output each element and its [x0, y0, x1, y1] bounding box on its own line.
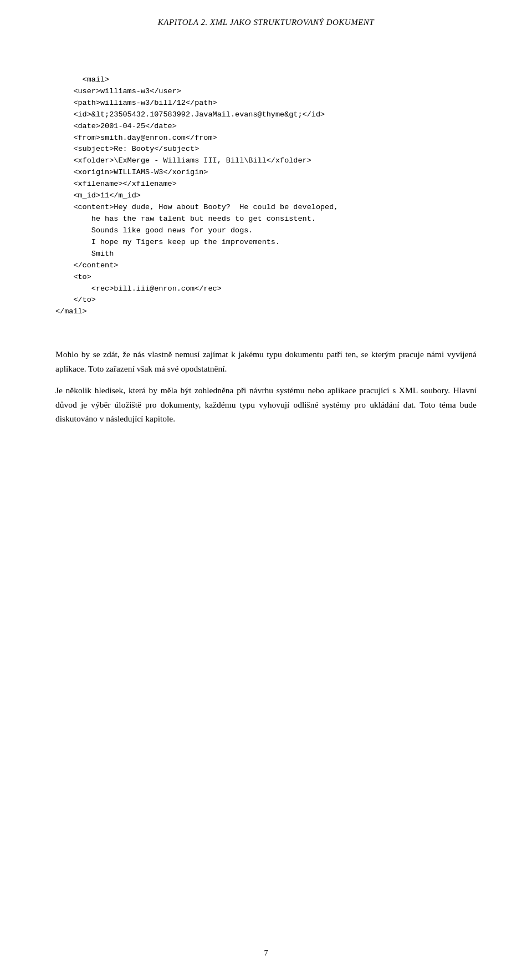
page-header: KAPITOLA 2. XML JAKO STRUKTUROVANÝ DOKUM… [44, 0, 488, 40]
prose-section: Mohlo by se zdát, že nás vlastně nemusí … [55, 347, 477, 426]
prose-paragraph-2: Je několik hledisek, která by měla být z… [55, 383, 477, 426]
content-area: <mail> <user>williams-w3</user> <path>wi… [44, 40, 488, 467]
prose-paragraph-1: Mohlo by se zdát, že nás vlastně nemusí … [55, 347, 477, 375]
page-footer: 7 [0, 949, 532, 958]
page: KAPITOLA 2. XML JAKO STRUKTUROVANÝ DOKUM… [0, 0, 532, 980]
chapter-title: KAPITOLA 2. XML JAKO STRUKTUROVANÝ DOKUM… [158, 18, 374, 27]
code-line-1: <mail> <user>williams-w3</user> <path>wi… [55, 75, 338, 316]
xml-code-block: <mail> <user>williams-w3</user> <path>wi… [55, 63, 477, 329]
page-number: 7 [264, 949, 268, 957]
